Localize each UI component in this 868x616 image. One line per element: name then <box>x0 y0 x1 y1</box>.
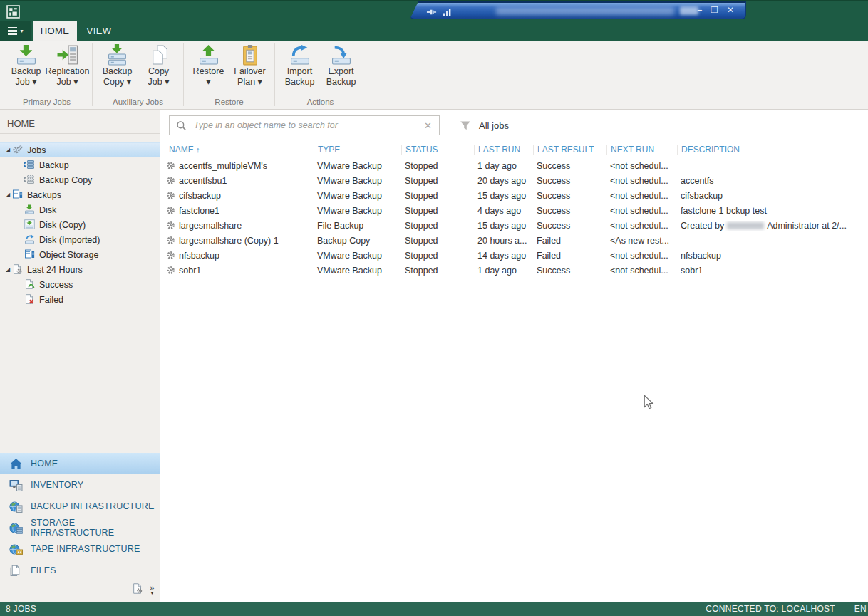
sidebar-toolbar: » ▼ <box>132 583 155 597</box>
search-input[interactable] <box>192 120 417 131</box>
files-icon <box>9 565 24 577</box>
tab-home[interactable]: HOME <box>33 21 77 41</box>
expand-twisty-icon[interactable]: ◢ <box>4 147 12 153</box>
import-backup-icon <box>288 44 312 66</box>
tree-item-last-24-hours[interactable]: ◢ Last 24 Hours <box>0 262 160 277</box>
copy-job-icon <box>147 44 171 66</box>
pin-icon[interactable] <box>426 6 437 19</box>
jobs-count: 8 JOBS <box>6 604 36 614</box>
sidebar-item-tape-infrastructure[interactable]: TAPE INFRASTRUCTURE <box>0 538 160 560</box>
ribbon-tab-row: ▾ HOME VIEW <box>0 21 868 41</box>
replication-job-button[interactable]: Replication Job ▾ <box>48 43 87 88</box>
tape-infrastructure-icon <box>9 543 24 555</box>
sidebar-item-backup-infrastructure[interactable]: BACKUP INFRASTRUCTURE <box>0 496 160 517</box>
console-close-button[interactable]: ✕ <box>727 4 734 16</box>
backups-icon <box>12 189 24 200</box>
table-header-row: NAME ↑ TYPE STATUS LAST RUN LAST RESULT … <box>165 141 868 158</box>
tab-view[interactable]: VIEW <box>77 21 121 41</box>
table-row[interactable]: nfsbackup VMware Backup Stopped 14 days … <box>165 248 868 263</box>
table-row[interactable]: accentfsbu1 VMware Backup Stopped 20 day… <box>165 173 868 188</box>
column-header-name[interactable]: NAME ↑ <box>165 145 314 155</box>
job-gear-icon <box>166 206 175 215</box>
tree-item-failed[interactable]: ◢ Failed <box>0 292 160 307</box>
connected-to: CONNECTED TO: LOCALHOST <box>706 604 835 614</box>
main-menu-button[interactable]: ▾ <box>0 21 31 41</box>
sidebar-item-inventory[interactable]: INVENTORY <box>0 474 160 496</box>
expand-twisty-icon[interactable]: ◢ <box>4 192 12 198</box>
job-gear-icon <box>166 191 175 200</box>
tree-item-jobs[interactable]: ◢ Jobs <box>0 142 160 157</box>
export-backup-icon <box>329 44 353 66</box>
storage-infrastructure-icon <box>9 522 24 534</box>
restore-button[interactable]: Restore ▾ <box>189 43 228 88</box>
table-row[interactable]: sobr1 VMware Backup Stopped 1 day ago Su… <box>165 263 868 278</box>
column-header-last-run[interactable]: LAST RUN <box>474 145 533 155</box>
console-title-blurred <box>496 7 674 15</box>
ribbon-group-label: Primary Jobs <box>1 98 92 109</box>
job-gear-icon <box>166 161 175 170</box>
sidebar-item-storage-infrastructure[interactable]: STORAGE INFRASTRUCTURE <box>0 517 160 538</box>
ribbon-group-actions: Import Backup Export Backup Actions <box>275 41 366 109</box>
table-row[interactable]: largesmallshare File Backup Stopped 15 d… <box>165 218 868 233</box>
hamburger-icon <box>8 27 17 36</box>
ribbon-group-restore: Restore ▾ Failover Plan ▾ Restore <box>184 41 274 109</box>
column-header-next-run[interactable]: NEXT RUN <box>606 145 677 155</box>
failover-plan-button[interactable]: Failover Plan ▾ <box>230 43 269 88</box>
console-restore-button[interactable]: ❐ <box>711 4 718 16</box>
tree-item-object-storage[interactable]: ◢ Object Storage <box>0 247 160 262</box>
job-gear-icon <box>166 266 175 275</box>
expand-twisty-icon[interactable]: ◢ <box>4 266 12 273</box>
menu-caret-icon: ▾ <box>20 28 23 34</box>
success-icon <box>24 279 36 290</box>
search-icon <box>176 120 187 131</box>
tree-item-backup[interactable]: ◢ Backup <box>0 157 160 172</box>
edition-truncated: EN <box>854 604 867 614</box>
disk-icon <box>24 204 36 215</box>
chevron-down-icon: ▼ <box>150 590 155 596</box>
tree-item-disk[interactable]: ◢ Disk <box>0 202 160 217</box>
column-header-type[interactable]: TYPE <box>314 145 401 155</box>
home-icon <box>9 458 24 470</box>
nav-options-chevron[interactable]: » ▼ <box>150 585 155 596</box>
import-backup-button[interactable]: Import Backup <box>280 43 319 88</box>
failed-icon <box>24 294 36 305</box>
tree-item-backup-copy[interactable]: ◢ Backup Copy <box>0 172 160 187</box>
workspace-nav: HOME INVENTORY <box>0 453 160 581</box>
object-storage-icon <box>24 249 36 260</box>
column-header-status[interactable]: STATUS <box>401 145 474 155</box>
table-row[interactable]: cifsbackup VMware Backup Stopped 15 days… <box>165 188 868 203</box>
filter-funnel-icon <box>460 120 471 131</box>
table-row[interactable]: largesmallshare (Copy) 1 Backup Copy Sto… <box>165 233 868 248</box>
tree-item-disk-copy[interactable]: ◢ Disk (Copy) <box>0 217 160 232</box>
console-minimize-button[interactable]: – <box>697 4 702 16</box>
table-row[interactable]: accentfs_multipleVM's VMware Backup Stop… <box>165 158 868 173</box>
table-row[interactable]: fastclone1 VMware Backup Stopped 4 days … <box>165 203 868 218</box>
tree-item-disk-imported[interactable]: ◢ Disk (Imported) <box>0 232 160 247</box>
search-clear-icon[interactable]: ✕ <box>417 120 439 131</box>
last-24-hours-icon <box>12 264 24 275</box>
tree-item-success[interactable]: ◢ Success <box>0 277 160 292</box>
jobs-panel: ✕ All jobs NAME ↑ TYPE STATUS LAST RUN L… <box>161 110 868 602</box>
jobs-table: NAME ↑ TYPE STATUS LAST RUN LAST RESULT … <box>165 141 868 278</box>
sidebar-item-files[interactable]: FILES <box>0 560 160 581</box>
sidebar-header: HOME <box>0 110 160 134</box>
sort-ascending-icon: ↑ <box>196 145 200 154</box>
sidebar-item-home[interactable]: HOME <box>0 453 160 474</box>
search-box[interactable]: ✕ <box>169 115 440 135</box>
job-filter[interactable]: All jobs <box>460 115 509 135</box>
column-header-description[interactable]: DESCRIPTION <box>677 145 868 155</box>
backup-copy-button[interactable]: Backup Copy ▾ <box>98 43 137 88</box>
copy-job-button[interactable]: Copy Job ▾ <box>139 43 178 88</box>
signal-strength-icon <box>443 6 452 19</box>
export-backup-button[interactable]: Export Backup <box>321 43 361 88</box>
report-page-icon[interactable] <box>132 583 143 597</box>
job-gear-icon <box>166 251 175 260</box>
restore-icon <box>197 44 221 66</box>
column-header-last-result[interactable]: LAST RESULT <box>533 145 606 155</box>
backup-job-button[interactable]: Backup Job ▾ <box>6 43 46 88</box>
app-logo-icon <box>6 5 20 21</box>
ribbon: Backup Job ▾ Replication Job ▾ Primary J… <box>0 41 868 110</box>
tree-item-backups[interactable]: ◢ Backups <box>0 187 160 202</box>
remote-console-toolbar[interactable]: – ❐ ✕ <box>410 1 746 19</box>
navigation-tree: ◢ Jobs ◢ Backup <box>0 142 160 307</box>
